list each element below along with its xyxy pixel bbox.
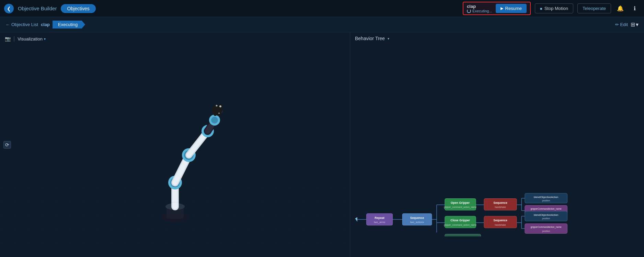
executing-clap-label: clap	[467, 4, 476, 9]
svg-text:Open Gripper: Open Gripper	[451, 201, 470, 205]
svg-point-23	[219, 105, 221, 107]
bt-graph-svg: Repeat two_arms Sequence two_actions Ope…	[350, 175, 644, 236]
svg-text:position: position	[542, 199, 550, 202]
breadcrumb-bar: ← Objective List clap Executing ✏ Edit ⊞…	[0, 17, 644, 32]
app-title: Objective Builder	[18, 5, 57, 11]
svg-point-24	[216, 105, 217, 106]
bt-title: Behavior Tree	[355, 36, 385, 41]
teleoperate-button[interactable]: Teleoperate	[577, 3, 611, 13]
layout-icon: ⊞	[631, 21, 635, 28]
svg-rect-56	[445, 234, 481, 236]
top-nav: ❮ Objective Builder Objectives clap Exec…	[0, 0, 644, 17]
svg-point-25	[218, 113, 220, 114]
svg-text:Sequence: Sequence	[410, 216, 424, 220]
svg-text:gripper_command_action_name: gripper_command_action_name	[444, 206, 477, 209]
back-arrow-icon: ←	[5, 22, 10, 27]
grid-floor	[0, 188, 350, 257]
camera-icon: 📷	[5, 36, 11, 42]
layout-button[interactable]: ⊞ ▾	[631, 21, 639, 28]
info-icon: ℹ	[634, 5, 636, 12]
objective-list-label: Objective List	[11, 22, 38, 27]
svg-text:two_arms: two_arms	[374, 221, 385, 224]
executing-box: clap Executing... Resume	[463, 2, 531, 15]
clap-breadcrumb: clap	[41, 22, 50, 27]
zoom-control: ⟳	[3, 141, 11, 149]
executing-label: clap Executing...	[467, 4, 492, 13]
svg-text:blendObjectiveAction: blendObjectiveAction	[534, 213, 558, 217]
back-link[interactable]: ← Objective List	[5, 22, 38, 27]
svg-text:gripper_command_action_name: gripper_command_action_name	[444, 224, 477, 226]
svg-text:blendObjectiveAction: blendObjectiveAction	[534, 196, 558, 199]
main-content: 📷 | Visualization ▾	[0, 32, 644, 257]
arrow-icon: ❮	[7, 6, 11, 11]
viz-camera-button[interactable]: 📷	[5, 36, 11, 42]
viz-dropdown[interactable]: Visualization ▾	[18, 36, 46, 42]
viz-toolbar: 📷 | Visualization ▾	[0, 32, 350, 45]
svg-point-19	[211, 117, 218, 124]
bell-button[interactable]: 🔔	[615, 3, 625, 14]
spin-icon	[467, 9, 471, 13]
svg-text:Sequence: Sequence	[493, 219, 507, 222]
svg-text:gripperCommandAction_name: gripperCommandAction_name	[531, 208, 562, 210]
svg-text:two_actions: two_actions	[410, 221, 424, 224]
viz-panel: 📷 | Visualization ▾	[0, 32, 350, 257]
svg-text:handshake: handshake	[495, 206, 506, 208]
edit-button[interactable]: ✏ Edit	[615, 22, 628, 27]
svg-text:Sequence: Sequence	[493, 201, 507, 205]
svg-rect-0	[0, 188, 350, 257]
bt-panel: Behavior Tree ▾	[350, 32, 644, 257]
svg-text:position: position	[542, 217, 550, 220]
svg-text:position: position	[542, 230, 550, 233]
svg-text:Repeat: Repeat	[375, 216, 384, 220]
layout-chevron: ▾	[636, 21, 639, 28]
viz-chevron-icon: ▾	[44, 37, 46, 41]
svg-text:handshake: handshake	[495, 224, 506, 226]
stop-motion-button[interactable]: Stop Motion	[535, 3, 573, 13]
svg-marker-43	[355, 217, 357, 222]
bt-toolbar: Behavior Tree ▾	[350, 32, 644, 45]
info-button[interactable]: ℹ	[630, 3, 640, 14]
bt-chevron-icon[interactable]: ▾	[388, 37, 389, 40]
bt-graph: Repeat two_arms Sequence two_actions Ope…	[350, 175, 644, 236]
executing-status-badge: Executing	[53, 21, 85, 28]
nav-back-arrow[interactable]: ❮	[4, 4, 14, 13]
objectives-button[interactable]: Objectives	[61, 4, 95, 13]
executing-status: Executing...	[467, 9, 492, 13]
viz-separator: |	[13, 36, 15, 42]
resume-button[interactable]: Resume	[496, 4, 527, 13]
svg-text:Close Gripper: Close Gripper	[450, 219, 470, 222]
zoom-in-button[interactable]: ⟳	[3, 141, 11, 149]
pencil-icon: ✏	[615, 22, 619, 27]
bell-icon: 🔔	[617, 5, 624, 12]
svg-text:gripperCommandAction_name: gripperCommandAction_name	[531, 226, 562, 229]
